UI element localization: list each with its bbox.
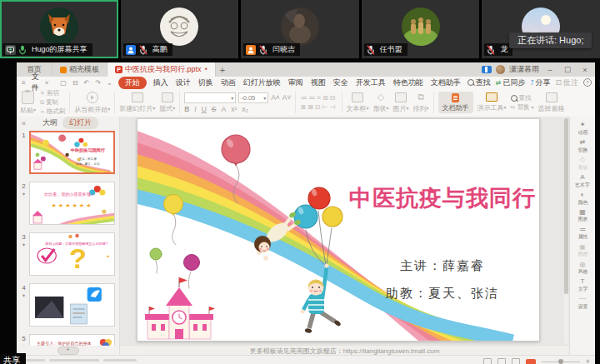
- layout-button[interactable]: 版式▾: [159, 92, 175, 113]
- view-sorter-icon[interactable]: [498, 358, 506, 364]
- participant-tile-4[interactable]: 任书盟: [362, 0, 480, 58]
- main-menu-icon[interactable]: ≡: [22, 79, 26, 87]
- menu-tab-security[interactable]: 安全: [332, 77, 349, 88]
- tab-docer-templates[interactable]: 稻壳模板: [52, 62, 108, 77]
- italic-button[interactable]: I: [194, 105, 196, 113]
- redo-icon[interactable]: ↷: [95, 79, 101, 87]
- minimize-button[interactable]: –: [543, 66, 557, 74]
- superscript-button[interactable]: x²: [231, 105, 237, 113]
- sidebar-item-style[interactable]: ◎风格: [578, 260, 588, 277]
- skin-switch-icon[interactable]: [482, 66, 492, 73]
- tab-document[interactable]: P 中医抗疫与我同行.pptx *: [108, 62, 216, 77]
- share-button[interactable]: ⤴ 分享: [530, 77, 550, 88]
- shapes-button[interactable]: ◇ 形状▾: [373, 92, 389, 113]
- sidebar-item-wordart[interactable]: A艺术字: [574, 172, 591, 189]
- slide-title[interactable]: 中医抗疫与我同行: [349, 186, 536, 211]
- font-size-select[interactable]: -0.05▾: [238, 92, 268, 103]
- arrange-button[interactable]: ⧉ 排列▾: [413, 92, 429, 113]
- text-direction-icon[interactable]: ⊣: [330, 103, 338, 111]
- zoom-in-icon[interactable]: +: [586, 359, 590, 364]
- participant-tile-5[interactable]: 龙: [482, 0, 600, 58]
- align-right-icon[interactable]: ≣: [300, 103, 308, 111]
- bullets-icon[interactable]: ≔: [300, 94, 308, 102]
- sidebar-item-text[interactable]: T文字: [578, 277, 588, 293]
- new-slide-button[interactable]: 新建幻灯片▾: [119, 92, 155, 113]
- slide-canvas[interactable]: 中医抗疫与我同行 主讲：薛嘉睿 助教：夏天、张洁: [120, 117, 569, 345]
- new-doc-icon[interactable]: ▢: [60, 79, 67, 87]
- sidebar-item-color[interactable]: ◐颜色: [578, 190, 588, 207]
- menu-tab-slideshow[interactable]: 幻灯片放映: [242, 77, 282, 88]
- view-normal-icon[interactable]: [483, 358, 492, 364]
- font-name-select[interactable]: ▾: [184, 92, 236, 103]
- menu-tab-doc-assistant[interactable]: 文档助手: [430, 77, 462, 88]
- participant-tile-hugo[interactable]: Hugo的屏幕共享: [0, 0, 118, 58]
- picture-button[interactable]: 图片▾: [393, 92, 409, 113]
- play-from-current-button[interactable]: 从当前开始▾: [74, 92, 110, 114]
- sidebar-item-settings[interactable]: ⋯设置: [578, 294, 588, 311]
- subscript-button[interactable]: x₂: [242, 105, 248, 113]
- strikethrough-button[interactable]: S: [212, 105, 217, 113]
- slide-thumbnail-3[interactable]: ? 课前小问题：大家的假期都是怎么过的呢? ✦: [29, 232, 115, 276]
- chevron-down-icon[interactable]: ⌄: [107, 79, 112, 87]
- slide-assistant[interactable]: 助教：夏天、张洁: [385, 286, 499, 301]
- participant-tile-2[interactable]: 高鹏: [121, 0, 239, 58]
- menu-tab-transition[interactable]: 切换: [198, 77, 214, 88]
- slide-thumbnail-2[interactable]: 比比看，谁的小星星多哦～ ★★★★★★: [29, 182, 115, 225]
- format-painter-button[interactable]: ⌯格式刷: [40, 107, 65, 116]
- sidebar-item-properties[interactable]: ≔属性: [578, 225, 588, 242]
- tab-outline[interactable]: 大纲: [42, 117, 58, 128]
- menu-tab-insert[interactable]: 插入: [152, 77, 169, 88]
- bold-button[interactable]: B: [184, 105, 189, 113]
- menu-tab-features[interactable]: 特色功能: [392, 77, 424, 88]
- menu-tab-view[interactable]: 视图: [310, 77, 327, 88]
- view-reading-icon[interactable]: [512, 358, 520, 364]
- present-tools-button[interactable]: 演示工具▾: [478, 92, 507, 112]
- more-menu-icon[interactable]: ⋮: [597, 79, 600, 87]
- copy-button[interactable]: ⧉复制: [40, 98, 65, 107]
- participant-tile-3[interactable]: 闫晓吉: [241, 0, 359, 58]
- justify-icon[interactable]: ⊠: [308, 103, 315, 111]
- find-button[interactable]: 查找: [468, 77, 491, 88]
- indent-icon[interactable]: ⊡: [315, 103, 322, 111]
- menu-tab-home[interactable]: 开始: [118, 77, 147, 89]
- menu-tab-design[interactable]: 设计: [175, 77, 192, 88]
- menu-tab-animation[interactable]: 动画: [220, 77, 237, 88]
- replace-button[interactable]: ⇋替换▾: [511, 103, 534, 112]
- menu-tab-review[interactable]: 审阅: [288, 77, 304, 88]
- selection-pane-button[interactable]: 选择窗格: [538, 92, 565, 113]
- outdent-icon[interactable]: ⊢: [322, 103, 330, 111]
- zoom-slider[interactable]: [542, 362, 580, 362]
- tab-slides[interactable]: 幻灯片: [62, 117, 98, 129]
- help-icon[interactable]: ?: [583, 78, 592, 87]
- underline-button[interactable]: U: [202, 105, 207, 113]
- numbering-icon[interactable]: ≕: [308, 94, 317, 102]
- undo-icon[interactable]: ↶: [84, 79, 90, 87]
- collapse-panel-button[interactable]: «: [22, 119, 26, 127]
- comment-button[interactable]: ⊡ 批注: [555, 77, 578, 88]
- slideshow-play-button[interactable]: [526, 359, 536, 364]
- sidebar-item-layers[interactable]: ▣图层: [578, 242, 588, 259]
- sidebar-item-chart[interactable]: ▦图表: [578, 207, 588, 224]
- slide-thumbnail-4[interactable]: [29, 283, 115, 327]
- synced-status[interactable]: ⇄ 已同步: [496, 77, 526, 88]
- account-name[interactable]: 潇潇暮雨: [509, 64, 539, 75]
- align-center-icon[interactable]: ⊞: [322, 94, 330, 102]
- paste-button[interactable]: 粘贴▾: [20, 91, 36, 115]
- textbox-button[interactable]: 文本框▾: [347, 92, 369, 113]
- slide-thumbnail-5[interactable]: 主题引入：保护好自己的身体: [29, 334, 115, 346]
- menu-tab-devtools[interactable]: 开发工具: [355, 77, 387, 88]
- sidebar-item-transition[interactable]: ⇄切换: [578, 137, 588, 154]
- sidebar-item-animation[interactable]: ✦动画: [578, 120, 588, 137]
- find-ribbon-button[interactable]: 查找: [511, 94, 534, 102]
- doc-assistant-button[interactable]: 文档助手: [438, 92, 473, 113]
- add-slide-button[interactable]: +: [58, 347, 79, 355]
- slide-speaker[interactable]: 主讲：薛嘉睿: [400, 258, 485, 273]
- save-icon[interactable]: ⊟: [72, 79, 78, 87]
- slide-thumbnail-1[interactable]: 中医抗疫与我同行 主讲：薛嘉睿 助教：夏天、张洁: [29, 131, 115, 174]
- close-button[interactable]: ×: [578, 66, 592, 74]
- account-avatar[interactable]: [496, 65, 505, 74]
- increase-font-icon[interactable]: A˄: [271, 93, 280, 102]
- cut-button[interactable]: ✕剪切: [40, 89, 65, 97]
- line-spacing-icon[interactable]: ⊟: [330, 94, 338, 102]
- new-tab-button[interactable]: +: [216, 62, 229, 77]
